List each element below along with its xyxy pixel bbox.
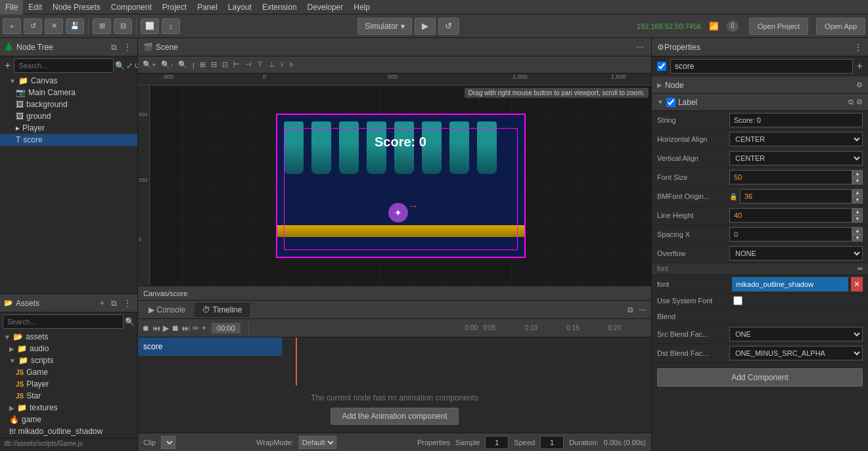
tree-item-score[interactable]: T score xyxy=(0,134,137,146)
layout-btn3[interactable]: ⊡ xyxy=(220,60,230,70)
use-system-font-checkbox[interactable] xyxy=(733,296,742,305)
node-settings-btn[interactable]: ⚙ xyxy=(856,81,863,89)
speed-input[interactable] xyxy=(540,436,564,449)
timeline-score-item[interactable]: score xyxy=(138,337,282,356)
tl-back-btn[interactable]: ⏮ xyxy=(152,324,160,333)
tree-item-player[interactable]: ▸ Player xyxy=(0,122,137,134)
asset-mikado1[interactable]: Bf mikado_outline_shadow xyxy=(0,425,137,437)
add-node-btn[interactable]: + xyxy=(3,59,12,72)
label-settings-btn[interactable]: ⚙ xyxy=(856,98,863,106)
refresh-btn[interactable]: ↺ xyxy=(24,18,42,34)
vertical-align-select[interactable]: TOP CENTER BOTTOM xyxy=(729,151,863,165)
menu-extension[interactable]: Extension xyxy=(257,0,302,14)
string-input[interactable] xyxy=(729,113,863,127)
wrapmode-select[interactable]: Default xyxy=(299,436,336,449)
tl-forward-btn[interactable]: ⏭ xyxy=(182,324,190,333)
zoom-reset-btn[interactable]: 🔍 xyxy=(176,60,189,70)
layout-btn8[interactable]: ⊦ xyxy=(279,60,286,70)
line-height-down[interactable]: ▼ xyxy=(852,215,863,223)
node-tree-menu-btn[interactable]: ⋮ xyxy=(122,42,133,53)
tree-item-canvas[interactable]: ▼ 📁 Canvas xyxy=(0,75,137,87)
new-btn[interactable]: + xyxy=(3,18,21,34)
line-height-input[interactable] xyxy=(729,208,852,223)
node-enabled-checkbox[interactable] xyxy=(657,62,666,71)
bottom-menu-btn[interactable]: ⋯ xyxy=(637,305,649,315)
asset-scripts[interactable]: ▼ 📁 scripts xyxy=(0,354,137,366)
node-tree-expand-btn[interactable]: ⧉ xyxy=(109,42,119,53)
asset-textures[interactable]: ▶ 📁 textures xyxy=(0,402,137,414)
close-btn[interactable]: ✕ xyxy=(45,18,63,34)
layout-btn1[interactable]: ⊞ xyxy=(198,60,208,70)
assets-menu-btn[interactable]: ⋮ xyxy=(122,298,133,309)
menu-file[interactable]: File xyxy=(0,0,23,14)
tl-play-btn[interactable]: ▶ xyxy=(163,324,169,333)
asset-game[interactable]: 🔥 game xyxy=(0,414,137,425)
sample-input[interactable] xyxy=(485,436,509,449)
tl-record-btn[interactable]: ⏺ xyxy=(142,324,150,333)
layout-btn4[interactable]: ⊢ xyxy=(231,60,242,70)
layout-btn7[interactable]: ⊥ xyxy=(267,60,277,70)
horizontal-align-select[interactable]: LEFT CENTER RIGHT xyxy=(729,132,863,146)
asset-audio[interactable]: ▶ 📁 audio xyxy=(0,343,137,354)
tree-item-background[interactable]: 🖼 background xyxy=(0,98,137,110)
menu-component[interactable]: Component xyxy=(106,0,157,14)
tab-timeline[interactable]: ⏱ Timeline xyxy=(194,303,250,317)
font-size-down[interactable]: ▼ xyxy=(852,177,863,184)
src-blend-select[interactable]: ONE ZERO SRC_ALPHA xyxy=(729,327,863,341)
zoom-out-btn[interactable]: 🔍- xyxy=(159,60,175,70)
spacing-x-up[interactable]: ▲ xyxy=(852,227,863,234)
add-component-btn[interactable]: Add Component xyxy=(657,368,863,387)
asset-assets-folder[interactable]: ▼ 📂 assets xyxy=(0,331,137,343)
layout-btn9[interactable]: ⊧ xyxy=(288,60,296,70)
move-btn[interactable]: ↕ xyxy=(162,18,180,34)
tl-edit-btn[interactable]: ✏ xyxy=(193,324,199,333)
tree-item-ground[interactable]: 🖼 ground xyxy=(0,110,137,122)
label-enabled-checkbox[interactable] xyxy=(666,98,675,107)
asset-star-js[interactable]: JS Star xyxy=(0,390,137,402)
asset-player-js[interactable]: JS Player xyxy=(0,378,137,390)
font-clear-btn[interactable]: ✕ xyxy=(851,277,863,291)
props-add-component-icon[interactable]: + xyxy=(857,60,863,72)
menu-developer[interactable]: Developer xyxy=(302,0,349,14)
dst-blend-select[interactable]: ONE_MINUS_SRC_ALPHA ONE ZERO xyxy=(729,346,863,360)
tab-console[interactable]: ▶ Console xyxy=(141,303,193,317)
bottom-expand-btn[interactable]: ⧉ xyxy=(626,305,635,315)
menu-layout[interactable]: Layout xyxy=(223,0,257,14)
grid-btn[interactable]: ⊞ xyxy=(93,18,111,34)
asset-game-js[interactable]: JS Game xyxy=(0,366,137,378)
menu-project[interactable]: Project xyxy=(157,0,192,14)
assets-search-icon[interactable]: 🔍 xyxy=(125,317,135,326)
play-btn[interactable]: ▶ xyxy=(415,18,436,35)
label-copy-btn[interactable]: ⧉ xyxy=(848,98,854,106)
menu-panel[interactable]: Panel xyxy=(192,0,223,14)
menu-node-presets[interactable]: Node Presets xyxy=(47,0,106,14)
node-name-input[interactable] xyxy=(670,59,853,74)
assets-add-btn[interactable]: + xyxy=(98,298,106,309)
save-btn[interactable]: 💾 xyxy=(66,18,84,34)
layout-btn6[interactable]: ⊤ xyxy=(255,60,265,70)
spacing-x-down[interactable]: ▼ xyxy=(852,234,863,242)
menu-edit[interactable]: Edit xyxy=(23,0,47,14)
open-project-btn[interactable]: Open Project xyxy=(749,18,808,35)
refresh2-btn[interactable]: ↺ xyxy=(438,18,459,35)
scene-viewport[interactable]: -300 0 500 1,000 1,500 500 250 0 xyxy=(138,74,651,286)
overflow-select[interactable]: NONE CLAMP SHRINK RESIZE_HEIGHT xyxy=(729,246,863,261)
node-tree-search[interactable] xyxy=(14,58,114,73)
simulator-btn[interactable]: Simulator ▾ xyxy=(357,18,412,35)
menu-help[interactable]: Help xyxy=(348,0,375,14)
scene-menu-btn[interactable]: ⋯ xyxy=(634,42,646,53)
assets-expand-btn[interactable]: ⧉ xyxy=(109,298,119,309)
line-height-up[interactable]: ▲ xyxy=(852,208,863,215)
font-size-input[interactable] xyxy=(729,170,852,184)
props-menu-btn[interactable]: ⋮ xyxy=(854,42,863,53)
layout-btn5[interactable]: ⊣ xyxy=(243,60,254,70)
open-app-btn[interactable]: Open App xyxy=(816,18,865,35)
search-icon[interactable]: 🔍 xyxy=(115,61,125,70)
bmfont-down[interactable]: ▼ xyxy=(852,196,863,204)
font-size-up[interactable]: ▲ xyxy=(852,170,863,177)
expand-tree-btn[interactable]: ⤢ xyxy=(126,61,133,70)
spacing-x-input[interactable] xyxy=(729,227,852,242)
label-section-header[interactable]: ▼ Label ⧉ ⚙ xyxy=(652,94,868,111)
grid2-btn[interactable]: ⊟ xyxy=(114,18,132,34)
add-animation-btn[interactable]: Add the Animation component xyxy=(331,408,458,425)
